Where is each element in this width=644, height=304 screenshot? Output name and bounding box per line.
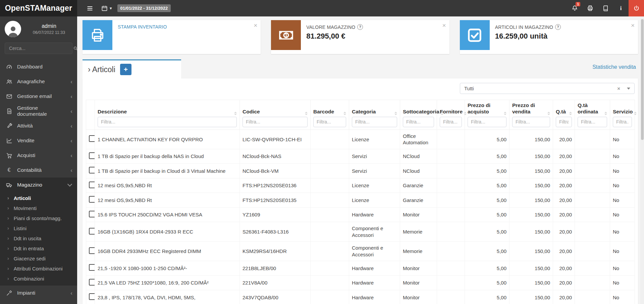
card-title[interactable]: STAMPA INVENTARIO [118, 24, 167, 30]
table-row[interactable]: 1 TB di Spazio per il backup in Cloud di… [86, 164, 635, 179]
row-checkbox[interactable] [89, 211, 95, 217]
row-checkbox[interactable] [89, 228, 95, 235]
sort-icon[interactable] [233, 112, 237, 115]
column-header-descrizione[interactable]: Descrizione [95, 100, 240, 130]
filter-input-codice[interactable] [243, 117, 308, 127]
calendar-picker[interactable]: ▾ [101, 5, 112, 11]
sidebar-item-statistiche[interactable]: Statistiche [0, 300, 77, 304]
table-row[interactable]: 16GB DDR4 2933MHz ECC Registered DIMMKSM… [86, 242, 635, 261]
filter-input-sottocategoria[interactable] [403, 117, 434, 127]
row-checkbox[interactable] [89, 247, 95, 254]
column-header-qta[interactable]: Q.tà [553, 100, 575, 130]
filter-input-qta_ordinata[interactable] [578, 117, 607, 127]
table-row[interactable]: 21,5 -1920 X 1080-1000 1-250 CD/MÂ²-221B… [86, 261, 635, 276]
close-icon[interactable]: × [254, 22, 257, 29]
select-caret-icon[interactable] [627, 88, 630, 90]
column-header-servizio[interactable]: Servizio [610, 100, 635, 130]
table-row[interactable]: 1 CHANNEL ACTIVATION KEY FOR QVRPROLIC-S… [86, 130, 635, 149]
close-icon[interactable]: × [442, 22, 446, 29]
select-clear-icon[interactable]: × [617, 86, 620, 91]
sidebar-item-vendite[interactable]: Vendite‹ [0, 133, 77, 148]
sidebar-subitem-ddt-in-uscita[interactable]: ›Ddt in uscita [0, 233, 77, 243]
search-icon[interactable] [73, 46, 77, 51]
sidebar-item-dashboard[interactable]: Dashboard [0, 59, 77, 74]
column-header-qta_ordinata[interactable]: Q.tà ordinata [575, 100, 610, 130]
sidebar-subitem-attributi-combinazioni[interactable]: ›Attributi Combinazioni [0, 263, 77, 273]
sidebar-item-contabilit[interactable]: €Contabilità‹ [0, 163, 77, 178]
select-cell [86, 261, 95, 276]
info-button[interactable]: i [613, 0, 629, 16]
table-row[interactable]: 16GB (1X16GB) 1RX4 DDR4-2933 R ECCS26361… [86, 222, 635, 242]
table-row[interactable]: 1 TB di Spazio per il backup della NAS i… [86, 149, 635, 164]
filter-input-fornitore[interactable] [440, 117, 462, 127]
sort-icon[interactable] [603, 112, 607, 115]
sort-icon[interactable] [502, 112, 506, 115]
filter-input-categoria[interactable] [352, 117, 397, 127]
notifications-button[interactable]: 1 [567, 0, 582, 16]
sort-icon[interactable] [342, 112, 346, 115]
sidebar-item-gestione-documentale[interactable]: Gestione documentale‹ [0, 104, 77, 118]
sidebar-item-impianti[interactable]: Impianti‹ [0, 286, 77, 300]
docs-button[interactable] [598, 0, 613, 16]
table-row[interactable]: 12 mesi OS,9x5,NBD RtFTS:HP12NS20SE0136L… [86, 178, 635, 193]
sidebar-subitem-ddt-in-entrata[interactable]: ›Ddt in entrata [0, 243, 77, 253]
filter-input-prezzo_acquisto[interactable] [468, 117, 506, 127]
search-input[interactable] [8, 45, 70, 51]
sales-stats-link[interactable]: Statistiche vendita [592, 64, 636, 70]
filter-input-prezzo_vendita[interactable] [512, 117, 550, 127]
column-header-sottocategoria[interactable]: Sottocategoria [400, 100, 437, 130]
sidebar-toggle-icon[interactable] [83, 0, 97, 16]
filter-input-servizio[interactable] [613, 117, 632, 127]
category-filter-select[interactable]: Tutti × [460, 83, 635, 94]
sidebar-subitem-giacenze-sedi[interactable]: ›Giacenze sedi [0, 253, 77, 263]
row-checkbox[interactable] [89, 279, 95, 286]
add-article-button[interactable]: + [120, 64, 131, 75]
row-checkbox[interactable] [89, 196, 95, 203]
column-header-fornitore[interactable]: Fornitore [437, 100, 465, 130]
sort-icon[interactable] [393, 112, 397, 115]
sort-icon[interactable] [633, 112, 637, 115]
sort-icon[interactable] [568, 112, 572, 115]
date-range-badge[interactable]: 01/01/2022 - 31/12/2022 [117, 4, 171, 12]
column-header-prezzo_vendita[interactable]: Prezzo di vendita [509, 100, 553, 130]
row-checkbox[interactable] [89, 293, 95, 300]
sidebar-subitem-piani-di-sconto-magg[interactable]: ›Piani di sconto/magg. [0, 213, 77, 223]
help-icon[interactable]: ? [357, 24, 363, 30]
row-checkbox[interactable] [89, 135, 95, 142]
row-checkbox[interactable] [89, 167, 95, 173]
filter-input-qta[interactable] [556, 117, 572, 127]
help-icon[interactable]: ? [555, 24, 561, 30]
sidebar-item-attivit[interactable]: Attività‹ [0, 118, 77, 133]
row-checkbox[interactable] [89, 264, 95, 271]
column-header-codice[interactable]: Codice [240, 100, 311, 130]
filter-input-descrizione[interactable] [98, 117, 237, 127]
filter-input-barcode[interactable] [313, 117, 346, 127]
sidebar-subitem-listini[interactable]: ›Listini [0, 223, 77, 233]
sort-icon[interactable] [546, 112, 550, 115]
sidebar-subitem-articoli[interactable]: ›Articoli [0, 193, 77, 203]
print-button[interactable] [582, 0, 598, 16]
logout-button[interactable] [629, 0, 644, 16]
sidebar-subitem-combinazioni[interactable]: ›Combinazioni [0, 273, 77, 284]
sidebar-search[interactable] [5, 43, 72, 54]
vertical-scrollbar[interactable] [640, 16, 644, 304]
sidebar-item-gestione-email[interactable]: Gestione email‹ [0, 89, 77, 104]
row-checkbox[interactable] [89, 152, 95, 159]
table-row[interactable]: 21,5 VA LED 75HZ 1920*1080, 16:9, 200 CD… [86, 275, 635, 290]
table-row[interactable]: 12 mesi OS,9x5,NBD RtFTS:HP12NS20SE0135L… [86, 193, 635, 208]
table-row[interactable]: 23,8 , IPS, 178/178, VGA, DVI, HDMI, 5MS… [86, 290, 635, 304]
sidebar-item-magazzino[interactable]: Magazzino [0, 178, 77, 192]
close-icon[interactable]: × [631, 22, 635, 29]
column-header-prezzo_acquisto[interactable]: Prezzo di acquisto [465, 100, 509, 130]
sidebar-subitem-movimenti[interactable]: ›Movimenti [0, 203, 77, 213]
row-checkbox[interactable] [89, 182, 95, 188]
tab-articoli[interactable]: › Articoli + [83, 59, 181, 79]
sort-icon[interactable] [463, 112, 467, 115]
table-row[interactable]: 15.6 IPS TOUCH 250CD/M2 VGA HDMI VESAYZ1… [86, 207, 635, 222]
sidebar-item-anagrafiche[interactable]: Anagrafiche‹ [0, 74, 77, 89]
column-header-categoria[interactable]: Categoria [349, 100, 400, 130]
sort-icon[interactable] [304, 112, 308, 115]
scrollbar-thumb[interactable] [641, 19, 644, 140]
column-header-barcode[interactable]: Barcode [311, 100, 349, 130]
sidebar-item-acquisti[interactable]: Acquisti‹ [0, 148, 77, 163]
